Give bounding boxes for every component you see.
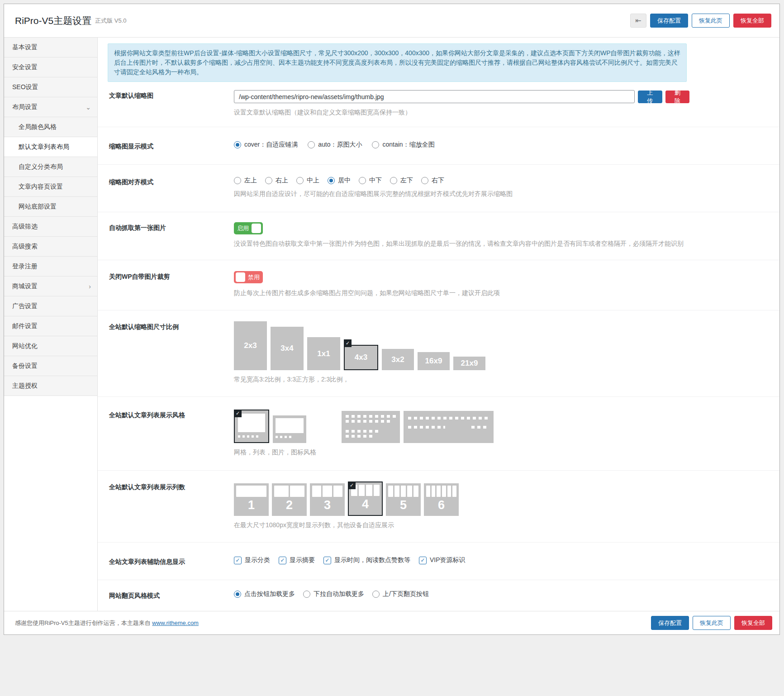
sidebar-item-login-register[interactable]: 登录注册	[4, 257, 97, 276]
restore-all-button-footer[interactable]: 恢复全部	[734, 616, 772, 630]
sidebar-item-site-optimization[interactable]: 网站优化	[4, 336, 97, 356]
sidebar-item-label: 商城设置	[12, 282, 38, 290]
radio-label: 左上	[244, 176, 257, 185]
toggle-label: 禁用	[248, 273, 261, 281]
sidebar-item-basic-settings[interactable]: 基本设置	[4, 38, 97, 57]
radio-option-auto[interactable]: auto：原图大小	[308, 141, 362, 149]
tile-graphic	[388, 486, 418, 497]
thumbnail-path-input[interactable]	[234, 90, 635, 103]
column-tile-1[interactable]: 1	[234, 483, 269, 516]
setting-row-list-style: 全站默认文章列表展示风格 ✓	[98, 397, 779, 471]
style-tile-list-image[interactable]	[310, 411, 400, 443]
style-tile-grid-small[interactable]	[273, 415, 306, 443]
ratio-tile-16x9[interactable]: 16x9	[418, 352, 450, 370]
save-config-button-footer[interactable]: 保存配置	[651, 616, 689, 630]
ratio-tile-3x2[interactable]: 3x2	[382, 349, 414, 370]
ratio-tile-4x3[interactable]: ✓4x3	[344, 345, 378, 370]
radio-option-contain[interactable]: contain：缩放全图	[372, 141, 434, 149]
checkbox-vip-badge[interactable]: ✓VIP资源标识	[419, 556, 466, 564]
radio-option-center[interactable]: 居中	[328, 176, 351, 185]
sidebar-item-global-color-style[interactable]: 全局颜色风格	[4, 117, 97, 137]
sidebar-item-label: 安全设置	[12, 63, 38, 71]
restore-page-button[interactable]: 恢复此页	[692, 14, 730, 28]
tile-label: 3x2	[391, 355, 404, 364]
save-config-button[interactable]: 保存配置	[650, 14, 688, 28]
radio-option-top-left[interactable]: 左上	[234, 176, 257, 185]
style-tile-text-list[interactable]	[404, 411, 494, 443]
footer-actions: 保存配置 恢复此页 恢复全部	[651, 616, 772, 630]
sidebar-item-mail-settings[interactable]: 邮件设置	[4, 316, 97, 336]
toggle-disabled[interactable]: 禁用	[234, 271, 263, 283]
sidebar-item-site-footer-settings[interactable]: 网站底部设置	[4, 197, 97, 217]
help-text: 常见宽高3:2比例，3:3正方形，2:3比例，	[234, 375, 689, 384]
sidebar-item-advanced-filter[interactable]: 高级筛选	[4, 217, 97, 237]
chevron-down-icon: ⌄	[86, 103, 91, 111]
ratio-tile-2x3[interactable]: 2x3	[234, 321, 267, 370]
radio-label: 中下	[369, 176, 382, 185]
setting-row-default-thumbnail: 文章默认缩略图 上传 删除 设置文章默认缩略图（建议和自定义文章缩略图宽高保持一…	[98, 83, 779, 127]
column-tile-5[interactable]: 5	[386, 483, 421, 516]
radio-icon	[296, 177, 304, 184]
column-tile-2[interactable]: 2	[272, 483, 307, 516]
checkbox-show-excerpt[interactable]: ✓显示摘要	[279, 556, 315, 564]
sidebar-item-custom-category-layout[interactable]: 自定义分类布局	[4, 157, 97, 177]
setting-row-paging-mode: 网站翻页风格模式 点击按钮加载更多 下拉自动加载更多 上/下页翻页按钮	[98, 580, 779, 611]
delete-button[interactable]: 删除	[665, 91, 689, 103]
radio-option-infinite-scroll[interactable]: 下拉自动加载更多	[303, 590, 364, 598]
setting-row-auto-grab-image: 自动抓取第一张图片 启用 没设置特色图自动获取文章中第一张图片作为特色图，如果出…	[98, 212, 779, 260]
radio-label: 右上	[276, 176, 288, 185]
upload-button[interactable]: 上传	[638, 91, 662, 103]
radio-option-cover[interactable]: cover：自适应铺满	[234, 141, 298, 149]
setting-row-disable-wp-crop: 关闭WP自带图片裁剪 禁用 防止每次上传图片都生成多余缩略图占用空间问题，如果您…	[98, 260, 779, 310]
toggle-enabled[interactable]: 启用	[234, 222, 263, 234]
column-tile-4[interactable]: ✓ 4	[348, 481, 383, 516]
sidebar-item-theme-license[interactable]: 主题授权	[4, 376, 97, 396]
ratio-tile-21x9[interactable]: 21x9	[453, 357, 485, 370]
footer-thanks-prefix: 感谢您使用RiPro-V5主题进行创作运营，本主题来自	[15, 620, 152, 626]
checkbox-show-category[interactable]: ✓显示分类	[234, 556, 270, 564]
radio-option-bottom-right[interactable]: 右下	[421, 176, 444, 185]
column-tile-6[interactable]: 6	[424, 483, 459, 516]
radio-label: 点击按钮加载更多	[244, 590, 295, 598]
sidebar-item-ad-settings[interactable]: 广告设置	[4, 296, 97, 316]
radio-icon	[303, 591, 310, 598]
restore-page-button-footer[interactable]: 恢复此页	[693, 616, 731, 630]
sidebar-item-backup-settings[interactable]: 备份设置	[4, 356, 97, 376]
check-icon: ✓	[348, 481, 356, 489]
tile-label: 16x9	[425, 357, 442, 366]
sidebar-item-security-settings[interactable]: 安全设置	[4, 57, 97, 77]
sidebar-item-shop-settings[interactable]: 商城设置›	[4, 276, 97, 296]
help-text: 防止每次上传图片都生成多余缩略图占用空间问题，如果您网站缩略图尺寸单一，建议开启…	[234, 289, 689, 297]
radio-option-top-right[interactable]: 右上	[265, 176, 288, 185]
sidebar-item-label: 邮件设置	[12, 322, 38, 329]
sidebar-item-default-post-list-layout[interactable]: 默认文章列表布局	[4, 137, 97, 157]
radio-option-top-center[interactable]: 中上	[296, 176, 319, 185]
ratio-tile-3x4[interactable]: 3x4	[271, 327, 304, 370]
radio-icon	[372, 141, 379, 148]
sidebar-item-seo-settings[interactable]: SEO设置	[4, 77, 97, 97]
sidebar-item-layout-settings[interactable]: 布局设置⌄	[4, 97, 97, 117]
tile-label: 3x4	[280, 344, 293, 353]
radio-option-bottom-left[interactable]: 左下	[390, 176, 413, 185]
checkbox-label: 显示时间，阅读数点赞数等	[334, 556, 410, 564]
radio-icon	[372, 591, 380, 598]
sidebar-item-post-content-settings[interactable]: 文章内容页设置	[4, 177, 97, 197]
info-notice: 根据你网站文章类型前往WP后台设置-媒体-缩略图大小设置缩略图尺寸，常见尺寸30…	[108, 43, 687, 82]
restore-all-button[interactable]: 恢复全部	[733, 14, 771, 28]
sidebar-item-advanced-search[interactable]: 高级搜索	[4, 237, 97, 257]
checkbox-show-time-stats[interactable]: ✓显示时间，阅读数点赞数等	[323, 556, 410, 564]
help-text: 在最大尺寸1080px宽度时显示列数，其他设备自适应展示	[234, 521, 689, 529]
collapse-menu-button[interactable]: ⇤	[630, 14, 646, 28]
ritheme-link[interactable]: www.ritheme.com	[152, 620, 199, 626]
check-icon: ✓	[344, 339, 352, 347]
column-tile-3[interactable]: 3	[310, 483, 345, 516]
radio-option-load-more-button[interactable]: 点击按钮加载更多	[234, 590, 295, 598]
ratio-tile-1x1[interactable]: 1x1	[307, 337, 340, 370]
tile-label: 4x3	[355, 353, 367, 362]
tile-graphic	[408, 426, 489, 429]
style-tile-grid[interactable]: ✓	[234, 410, 269, 443]
setting-row-align-mode: 缩略图对齐模式 左上 右上 中上 居中 中下 左下 右下 因网站采用自适应设计，…	[98, 165, 779, 212]
radio-option-prev-next-buttons[interactable]: 上/下页翻页按钮	[372, 590, 429, 598]
toggle-label: 启用	[236, 224, 249, 233]
radio-option-bottom-center[interactable]: 中下	[359, 176, 382, 185]
